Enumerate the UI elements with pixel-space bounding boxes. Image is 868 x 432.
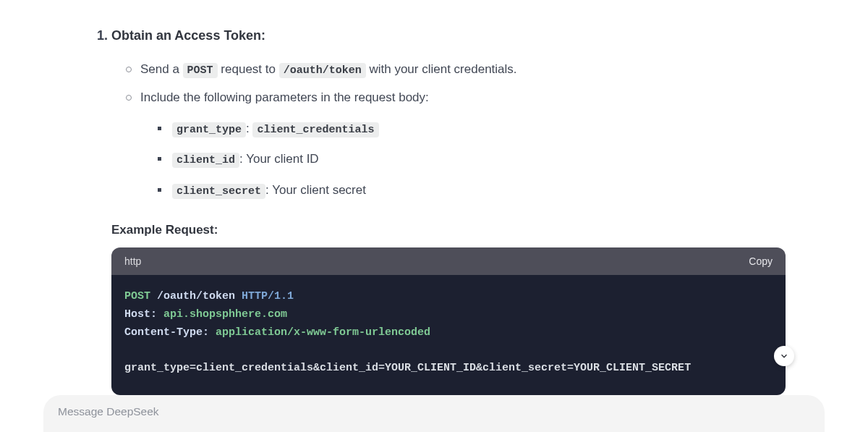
header-value: application/x-www-form-urlencoded [216, 326, 430, 339]
param-key: client_id [172, 153, 239, 168]
message-input[interactable] [58, 405, 810, 418]
param-client-secret: client_secret: Your client secret [172, 180, 788, 201]
bullet-include-params: Include the following parameters in the … [140, 88, 788, 202]
message-composer[interactable] [43, 395, 825, 432]
separator: : [239, 152, 246, 166]
scroll-down-button[interactable] [774, 346, 794, 366]
http-method-code: POST [183, 63, 218, 78]
text: request to [221, 62, 278, 76]
step-bullets: Send a POST request to /oauth/token with… [111, 59, 788, 201]
param-list: grant_type: client_credentials client_id… [140, 119, 788, 202]
code-language-label: http [124, 255, 141, 267]
param-client-id: client_id: Your client ID [172, 149, 788, 170]
param-key: client_secret [172, 184, 265, 199]
code-line-content-type: Content-Type: application/x-www-form-url… [124, 324, 773, 342]
ordered-step-list: Obtain an Access Token: Send a POST requ… [94, 25, 788, 201]
param-value: client_credentials [252, 122, 378, 137]
bullet-send-request: Send a POST request to /oauth/token with… [140, 59, 788, 80]
code-block: http Copy POST /oauth/token HTTP/1.1 Hos… [111, 247, 786, 395]
param-description: Your client ID [246, 152, 318, 166]
param-grant-type: grant_type: client_credentials [172, 119, 788, 140]
http-path: /oauth/token [157, 290, 235, 302]
code-block-header: http Copy [111, 247, 786, 275]
copy-button[interactable]: Copy [749, 255, 773, 267]
separator: : [265, 183, 272, 197]
header-name: Host [124, 308, 150, 321]
code-line-request: POST /oauth/token HTTP/1.1 [124, 288, 773, 306]
param-description: Your client secret [272, 183, 366, 197]
param-key: grant_type [172, 122, 246, 137]
chevron-down-icon [779, 351, 789, 361]
example-request-heading: Example Request: [94, 223, 788, 237]
header-value: api.shopsphhere.com [163, 308, 287, 321]
message-content: Obtain an Access Token: Send a POST requ… [94, 25, 788, 395]
http-protocol: HTTP/1.1 [242, 290, 294, 302]
code-line-blank [124, 342, 773, 360]
step-title: Obtain an Access Token: [111, 28, 265, 43]
header-name: Content-Type [124, 326, 203, 339]
http-method: POST [124, 290, 150, 302]
code-line-host: Host: api.shopsphhere.com [124, 306, 773, 324]
text: with your client credentials. [369, 62, 516, 76]
step-item: Obtain an Access Token: Send a POST requ… [111, 25, 788, 201]
code-line-body: grant_type=client_credentials&client_id=… [124, 360, 773, 378]
endpoint-code: /oauth/token [279, 63, 366, 78]
text: Include the following parameters in the … [140, 90, 429, 104]
text: Send a [140, 62, 183, 76]
code-block-body: POST /oauth/token HTTP/1.1 Host: api.sho… [111, 275, 786, 395]
